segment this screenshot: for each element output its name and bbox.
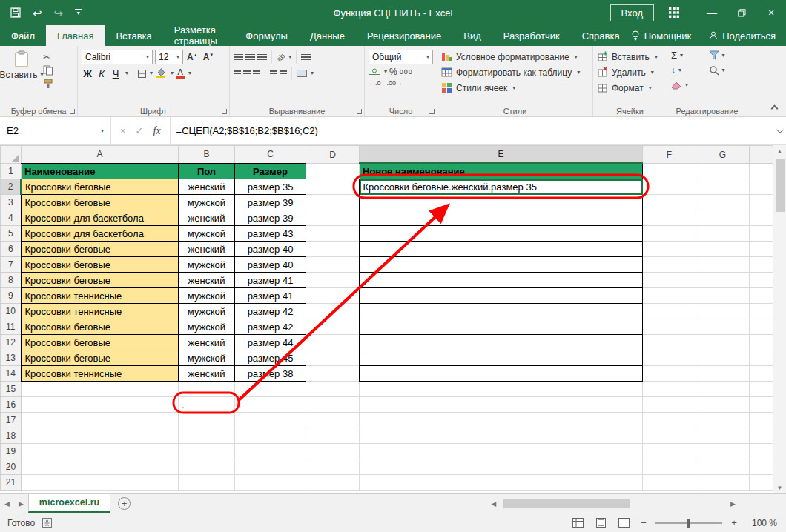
cell-E12[interactable]: [360, 335, 643, 350]
cut-button[interactable]: ✂: [43, 52, 50, 61]
align-top-icon[interactable]: [234, 54, 243, 61]
cell-A3[interactable]: Кроссовки беговые: [22, 195, 179, 210]
cell-A21[interactable]: [22, 475, 179, 491]
paste-button[interactable]: Вставить ▾: [4, 49, 39, 88]
cell-F19[interactable]: [643, 444, 696, 459]
increase-indent-icon[interactable]: [280, 70, 287, 77]
cell-B17[interactable]: [179, 413, 235, 428]
zoom-slider-thumb[interactable]: [687, 519, 690, 528]
cell-A20[interactable]: [22, 459, 179, 475]
alignment-dialog-launcher[interactable]: [357, 109, 362, 114]
cell-G13[interactable]: [696, 350, 750, 366]
cell-F6[interactable]: [643, 242, 696, 257]
cell-E6[interactable]: [360, 242, 643, 257]
cell-A18[interactable]: [22, 428, 179, 444]
ribbon-display-options-icon[interactable]: [669, 7, 679, 18]
cell-F2[interactable]: [643, 179, 696, 195]
align-center-icon[interactable]: [243, 70, 251, 77]
cell-B11[interactable]: мужской: [179, 319, 235, 335]
cell-C4[interactable]: размер 39: [235, 210, 306, 226]
cell-G17[interactable]: [696, 413, 750, 428]
cell-E8[interactable]: [360, 273, 643, 288]
cell-D16[interactable]: [306, 397, 360, 413]
cell-styles-button[interactable]: Стили ячеек ▾: [441, 80, 589, 96]
clear-button[interactable]: ▾: [671, 79, 706, 91]
row-header-1[interactable]: 1: [1, 164, 22, 179]
cell-B16[interactable]: .: [179, 397, 235, 413]
hscroll-thumb[interactable]: [503, 499, 630, 508]
format-cells-button[interactable]: Формат ▾: [597, 80, 663, 96]
cell-C17[interactable]: [235, 413, 306, 428]
fill-color-dropdown-icon[interactable]: ▾: [171, 70, 174, 76]
hscroll-left-button[interactable]: ◀: [486, 500, 501, 508]
select-all-corner[interactable]: [1, 146, 22, 164]
sort-filter-button[interactable]: ▾: [709, 49, 744, 61]
cell-D15[interactable]: [306, 382, 360, 397]
bold-button[interactable]: Ж: [82, 68, 93, 79]
sheet-nav-left-button[interactable]: ◀: [0, 494, 14, 513]
cell-F3[interactable]: [643, 195, 696, 210]
cell-G10[interactable]: [696, 304, 750, 319]
share-button[interactable]: Поделиться: [709, 30, 776, 41]
cell-G18[interactable]: [696, 428, 750, 444]
underline-dropdown-icon[interactable]: ▾: [125, 70, 128, 76]
cell-G4[interactable]: [696, 210, 750, 226]
cell-E17[interactable]: [360, 413, 643, 428]
row-header-16[interactable]: 16: [1, 397, 22, 413]
formula-bar-expand-button[interactable]: [771, 117, 786, 144]
cell-B5[interactable]: мужской: [179, 226, 235, 242]
insert-cells-button[interactable]: Вставить ▾: [597, 49, 663, 64]
accessibility-icon[interactable]: [42, 518, 52, 528]
font-color-button[interactable]: А: [176, 68, 185, 79]
cell-D19[interactable]: [306, 444, 360, 459]
cell-B7[interactable]: мужской: [179, 257, 235, 273]
cell-C13[interactable]: размер 45: [235, 350, 306, 366]
cell-A17[interactable]: [22, 413, 179, 428]
cell-E13[interactable]: [360, 350, 643, 366]
grow-font-button[interactable]: А▲: [185, 51, 199, 63]
zoom-in-button[interactable]: +: [729, 517, 739, 528]
cell-E4[interactable]: [360, 210, 643, 226]
accounting-format-button[interactable]: [369, 67, 380, 77]
conditional-formatting-button[interactable]: Условное форматирование ▾: [441, 49, 589, 64]
cell-B13[interactable]: мужской: [179, 350, 235, 366]
cell-C10[interactable]: размер 42: [235, 304, 306, 319]
merge-dropdown-icon[interactable]: ▾: [311, 70, 314, 76]
cell-B18[interactable]: [179, 428, 235, 444]
cell-E3[interactable]: [360, 195, 643, 210]
cell-C21[interactable]: [235, 475, 306, 491]
format-painter-button[interactable]: [43, 79, 53, 88]
cell-F11[interactable]: [643, 319, 696, 335]
cell-B15[interactable]: [179, 382, 235, 397]
formula-input[interactable]: =СЦЕП(A2;$B$16;B2;$B$16;C2): [171, 117, 771, 144]
cell-F20[interactable]: [643, 459, 696, 475]
cell-C6[interactable]: размер 40: [235, 242, 306, 257]
cell-C8[interactable]: размер 41: [235, 273, 306, 288]
redo-button[interactable]: ↪: [54, 7, 64, 19]
cell-D18[interactable]: [306, 428, 360, 444]
page-break-view-button[interactable]: [615, 516, 632, 531]
orientation-button[interactable]: ab: [275, 51, 287, 63]
cell-A15[interactable]: [22, 382, 179, 397]
cell-G21[interactable]: [696, 475, 750, 491]
accounting-dropdown-icon[interactable]: ▾: [384, 69, 387, 75]
col-header-D[interactable]: D: [306, 146, 360, 164]
merge-center-icon[interactable]: [297, 70, 307, 77]
cell-F5[interactable]: [643, 226, 696, 242]
zoom-level[interactable]: 100 %: [746, 518, 777, 528]
cell-F7[interactable]: [643, 257, 696, 273]
cell-C19[interactable]: [235, 444, 306, 459]
cell-F15[interactable]: [643, 382, 696, 397]
tab-file[interactable]: Файл: [0, 25, 46, 46]
cell-E9[interactable]: [360, 288, 643, 304]
cell-B6[interactable]: женский: [179, 242, 235, 257]
sign-in-button[interactable]: Вход: [610, 4, 654, 21]
align-right-icon[interactable]: [253, 70, 260, 77]
percent-style-button[interactable]: %: [389, 67, 397, 77]
cell-C16[interactable]: [235, 397, 306, 413]
align-bottom-icon[interactable]: [257, 54, 267, 61]
minimize-button[interactable]: —: [697, 0, 727, 25]
insert-function-button[interactable]: fx: [153, 125, 161, 137]
cell-C1[interactable]: Размер: [235, 164, 306, 179]
tab-page-layout[interactable]: Разметка страницы: [163, 25, 235, 46]
